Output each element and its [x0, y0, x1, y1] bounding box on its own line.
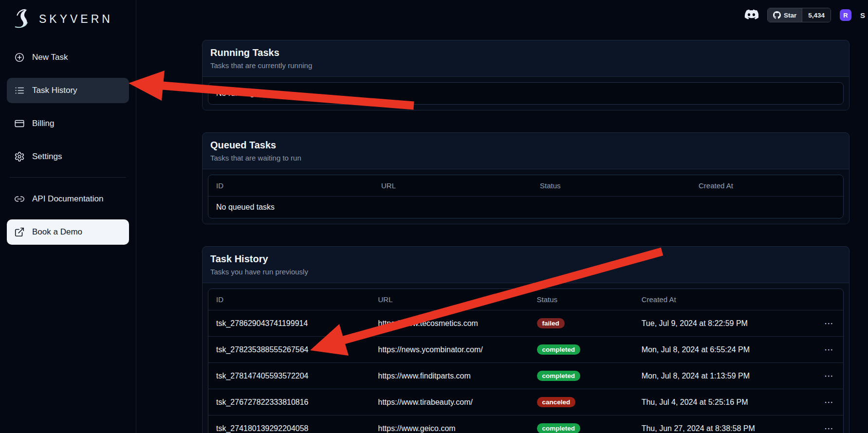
gear-icon	[14, 151, 25, 162]
column-header-status: Status	[532, 175, 691, 196]
nav-label: New Task	[32, 53, 68, 62]
github-star-button[interactable]: Star	[768, 8, 802, 22]
column-header-status: Status	[529, 289, 634, 310]
content-area: Running Tasks Tasks that are currently r…	[136, 30, 868, 433]
task-url: https://www.tirabeauty.com/	[370, 391, 529, 414]
task-history-card: Task History Tasks you have run previous…	[202, 246, 850, 433]
nav-label: Task History	[32, 86, 77, 95]
skyvern-dragon-icon	[12, 8, 34, 30]
row-actions-button[interactable]: ⋯	[812, 310, 843, 336]
task-id: tsk_274180139292204058	[208, 417, 370, 433]
task-history-header: Task History Tasks you have run previous…	[203, 247, 849, 283]
task-history-content: ID URL Status Created At tsk_27862904374…	[203, 283, 849, 433]
column-header-url: URL	[370, 289, 529, 310]
task-created-at: Mon, Jul 8, 2024 at 6:55:24 PM	[634, 338, 812, 361]
skyvern-logo[interactable]: SKYVERN	[7, 6, 129, 37]
github-star-count[interactable]: 5,434	[802, 8, 831, 22]
task-row-3[interactable]: tsk_278147405593572204 https://www.findi…	[208, 362, 843, 389]
column-header-created-at: Created At	[691, 175, 843, 196]
card-title: Task History	[210, 253, 841, 265]
task-row-2[interactable]: tsk_278235388555267564 https://news.ycom…	[208, 336, 843, 362]
username-partial-text: S	[860, 11, 865, 19]
status-badge: completed	[537, 423, 581, 433]
sidebar-item-book-a-demo[interactable]: Book a Demo	[7, 219, 129, 245]
status-badge: completed	[537, 371, 581, 381]
queued-table-header: ID URL Status Created At	[208, 175, 843, 196]
github-star-widget[interactable]: Star 5,434	[767, 8, 831, 22]
row-actions-button[interactable]: ⋯	[812, 389, 843, 415]
sidebar-item-settings[interactable]: Settings	[7, 144, 129, 169]
status-badge: completed	[537, 344, 581, 355]
queued-tasks-card: Queued Tasks Tasks that are waiting to r…	[202, 132, 850, 224]
running-tasks-content: No running tasks	[203, 77, 849, 110]
running-tasks-card: Running Tasks Tasks that are currently r…	[202, 40, 850, 110]
brand-name: SKYVERN	[39, 13, 113, 26]
list-icon	[14, 85, 25, 96]
nav-label: Billing	[32, 119, 54, 128]
sidebar-item-new-task[interactable]: New Task	[7, 45, 129, 70]
row-actions-button[interactable]: ⋯	[812, 415, 843, 433]
credit-card-icon	[14, 118, 25, 129]
task-url: https://www.finditparts.com	[370, 364, 529, 388]
task-row-1[interactable]: tsk_278629043741199914 https://www.tecos…	[208, 310, 843, 336]
sidebar-divider	[10, 177, 126, 178]
column-header-id: ID	[208, 289, 370, 310]
sidebar-item-task-history[interactable]: Task History	[7, 78, 129, 103]
main-area: Star 5,434 R S Running Tasks Tasks that …	[136, 0, 868, 433]
task-row-4[interactable]: tsk_276727822333810816 https://www.tirab…	[208, 389, 843, 415]
task-created-at: Thu, Jun 27, 2024 at 8:38:58 PM	[634, 417, 812, 433]
sidebar-nav: New Task Task History Billing Set	[7, 45, 129, 245]
running-tasks-header: Running Tasks Tasks that are currently r…	[203, 40, 849, 77]
discord-icon[interactable]	[743, 9, 758, 21]
empty-state-queued: No queued tasks	[208, 197, 843, 218]
task-created-at: Tue, Jul 9, 2024 at 8:22:59 PM	[634, 312, 812, 335]
status-badge: failed	[537, 318, 565, 328]
task-id: tsk_276727822333810816	[208, 391, 370, 414]
column-header-id: ID	[208, 175, 373, 196]
nav-label: API Documentation	[32, 194, 103, 204]
card-title: Queued Tasks	[210, 140, 841, 151]
history-table-header: ID URL Status Created At	[208, 289, 843, 310]
column-header-actions	[812, 293, 843, 306]
github-star-label: Star	[784, 12, 796, 19]
card-title: Running Tasks	[210, 47, 841, 58]
row-actions-button[interactable]: ⋯	[812, 363, 843, 389]
link-icon	[14, 194, 25, 204]
status-badge: canceled	[537, 397, 576, 407]
task-url: https://www.tecosmetics.com	[370, 312, 529, 335]
task-id: tsk_278235388555267564	[208, 338, 370, 361]
empty-state-running: No running tasks	[208, 83, 843, 104]
task-id: tsk_278629043741199914	[208, 312, 370, 335]
row-actions-button[interactable]: ⋯	[812, 337, 843, 362]
external-link-icon	[14, 227, 25, 237]
task-created-at: Thu, Jul 4, 2024 at 5:25:16 PM	[634, 391, 812, 414]
sidebar-item-billing[interactable]: Billing	[7, 111, 129, 136]
sidebar: SKYVERN New Task Task History Billing	[0, 0, 136, 433]
github-icon	[773, 11, 781, 19]
sidebar-item-api-documentation[interactable]: API Documentation	[7, 186, 129, 212]
task-url: https://www.geico.com	[370, 417, 529, 433]
card-subtitle: Tasks that are currently running	[210, 61, 841, 70]
task-id: tsk_278147405593572204	[208, 364, 370, 388]
column-header-url: URL	[373, 175, 532, 196]
queued-tasks-content: ID URL Status Created At No queued tasks	[203, 169, 849, 224]
topbar: Star 5,434 R S	[136, 0, 868, 30]
column-header-created-at: Created At	[634, 289, 812, 310]
card-subtitle: Tasks you have run previously	[210, 268, 841, 276]
task-created-at: Mon, Jul 8, 2024 at 1:13:59 PM	[634, 364, 812, 388]
task-url: https://news.ycombinator.com/	[370, 338, 529, 361]
task-row-5[interactable]: tsk_274180139292204058 https://www.geico…	[208, 415, 843, 433]
queued-tasks-header: Queued Tasks Tasks that are waiting to r…	[203, 133, 849, 169]
nav-label: Book a Demo	[32, 227, 82, 237]
user-avatar[interactable]: R	[840, 9, 851, 21]
app-root: SKYVERN New Task Task History Billing	[0, 0, 868, 433]
plus-circle-icon	[14, 52, 25, 63]
card-subtitle: Tasks that are waiting to run	[210, 154, 841, 162]
nav-label: Settings	[32, 152, 62, 162]
